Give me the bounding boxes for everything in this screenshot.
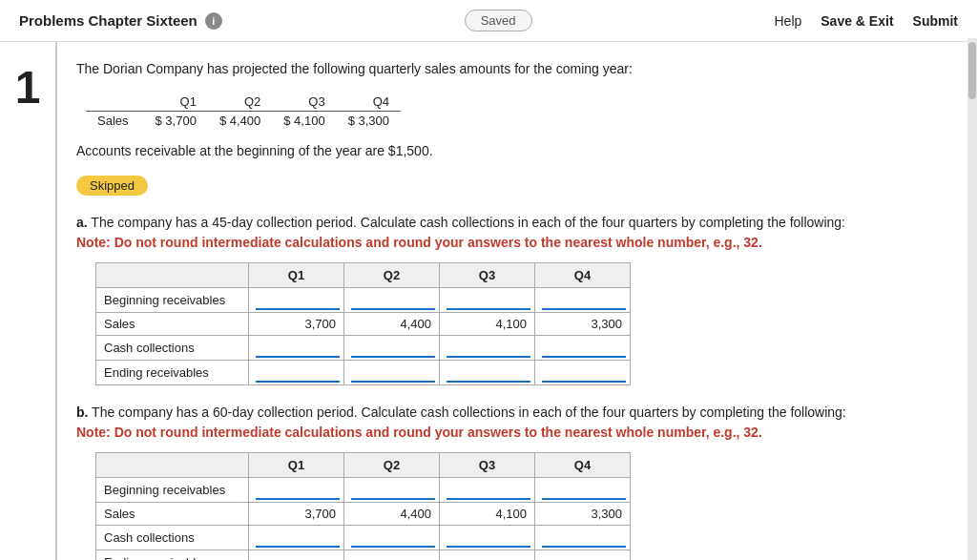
- part-a-input-row0-q1[interactable]: [256, 290, 340, 310]
- part-b-row0-label: Beginning receivables: [96, 478, 249, 503]
- sales-row-label: Sales: [86, 112, 144, 131]
- scrollbar[interactable]: [967, 38, 977, 560]
- header-center: Saved: [465, 10, 532, 31]
- header-right: Help Save & Exit Submit: [774, 13, 958, 29]
- table-row: Ending receivables: [96, 550, 631, 561]
- part-a-row3-q1[interactable]: [249, 361, 344, 385]
- part-b-input-row0-q4[interactable]: [542, 480, 626, 500]
- part-a-note: Note: Do not round intermediate calculat…: [76, 235, 762, 250]
- info-icon[interactable]: i: [205, 12, 222, 30]
- part-b-table: Q1 Q2 Q3 Q4 Beginning receivables: [95, 452, 631, 560]
- part-a-input-row3-q2[interactable]: [351, 363, 435, 383]
- part-a-row0-q1[interactable]: [249, 288, 344, 313]
- sales-table: Q1 Q2 Q3 Q4 Sales $ 3,700 $ 4,400 $ 4,10…: [86, 93, 401, 130]
- main-content: 1 The Dorian Company has projected the f…: [0, 42, 977, 560]
- part-a-row2-q1[interactable]: [249, 336, 344, 361]
- part-a-input-row0-q3[interactable]: [447, 290, 530, 310]
- part-b-letter: b.: [76, 404, 88, 420]
- part-a-col-label: [96, 263, 249, 288]
- help-link[interactable]: Help: [774, 13, 801, 29]
- part-b-text: The company has a 60-day collection peri…: [92, 404, 846, 420]
- part-b-input-row2-q2[interactable]: [351, 528, 435, 548]
- part-a-label: a. The company has a 45-day collection p…: [76, 213, 958, 253]
- part-b-col-q1: Q1: [249, 453, 344, 478]
- page-title: Problems Chapter Sixteen: [19, 12, 197, 29]
- part-b-input-row0-q3[interactable]: [447, 480, 530, 500]
- scrollbar-thumb[interactable]: [968, 42, 976, 99]
- skipped-badge: Skipped: [76, 176, 148, 196]
- part-b-input-row3-q3[interactable]: [447, 552, 530, 560]
- part-a-row0-q4[interactable]: [535, 288, 631, 313]
- table-row: Beginning receivables: [96, 288, 631, 313]
- part-b-row0-q1[interactable]: [249, 478, 344, 503]
- part-b-table-wrap: Q1 Q2 Q3 Q4 Beginning receivables: [95, 452, 958, 560]
- save-exit-link[interactable]: Save & Exit: [821, 13, 893, 29]
- part-b-input-row2-q1[interactable]: [256, 528, 340, 548]
- part-b-input-row3-q4[interactable]: [542, 552, 626, 560]
- part-b-label: b. The company has a 60-day collection p…: [76, 403, 958, 443]
- part-b-input-row2-q3[interactable]: [447, 528, 530, 548]
- part-a-table-wrap: Q1 Q2 Q3 Q4 Beginning receivables: [95, 262, 958, 385]
- part-b-input-row2-q4[interactable]: [542, 528, 626, 548]
- part-a-row0-q2[interactable]: [344, 288, 440, 313]
- part-b-row1-q3: 4,100: [440, 503, 535, 526]
- part-a-input-row2-q3[interactable]: [447, 338, 530, 358]
- part-b-row2-q1[interactable]: [249, 526, 344, 550]
- part-a-row1-label: Sales: [96, 313, 249, 336]
- part-b-row2-q4[interactable]: [535, 526, 631, 550]
- part-a-input-row3-q1[interactable]: [256, 363, 340, 383]
- part-a-input-row0-q2[interactable]: [351, 290, 435, 310]
- part-a-row1-q4: 3,300: [535, 313, 631, 336]
- question-intro: The Dorian Company has projected the fol…: [76, 59, 958, 79]
- part-a-input-row2-q2[interactable]: [351, 338, 435, 358]
- part-b-col-q3: Q3: [440, 453, 535, 478]
- part-a-row1-q2: 4,400: [344, 313, 440, 336]
- part-b-row2-label: Cash collections: [96, 526, 249, 550]
- part-a-input-row2-q4[interactable]: [542, 338, 626, 358]
- part-b-row3-label: Ending receivables: [96, 550, 249, 561]
- sales-q4: $ 3,300: [337, 112, 401, 131]
- table-row: Cash collections: [96, 526, 631, 550]
- part-a-row0-q3[interactable]: [440, 288, 535, 313]
- part-b-input-row3-q2[interactable]: [351, 552, 435, 560]
- part-a-input-row2-q1[interactable]: [256, 338, 340, 358]
- part-b-row3-q4[interactable]: [535, 550, 631, 561]
- part-b-row0-q4[interactable]: [535, 478, 631, 503]
- part-a-col-q4: Q4: [535, 263, 631, 288]
- part-b-row2-q3[interactable]: [440, 526, 535, 550]
- header: Problems Chapter Sixteen i Saved Help Sa…: [0, 0, 977, 42]
- part-b-row3-q2[interactable]: [344, 550, 440, 561]
- part-a-row2-q3[interactable]: [440, 336, 535, 361]
- part-a-row3-q4[interactable]: [535, 361, 631, 385]
- part-a-row3-q2[interactable]: [344, 361, 440, 385]
- part-b-input-row0-q2[interactable]: [351, 480, 435, 500]
- part-a-input-row3-q3[interactable]: [447, 363, 530, 383]
- part-b-col-q2: Q2: [344, 453, 440, 478]
- part-a-row3-label: Ending receivables: [96, 361, 249, 385]
- part-b-row3-q3[interactable]: [440, 550, 535, 561]
- part-b-input-row0-q1[interactable]: [256, 480, 340, 500]
- part-b-row2-q2[interactable]: [344, 526, 440, 550]
- header-left: Problems Chapter Sixteen i: [19, 12, 222, 30]
- part-b-col-q4: Q4: [535, 453, 631, 478]
- part-a-row0-label: Beginning receivables: [96, 288, 249, 313]
- content-area: The Dorian Company has projected the fol…: [57, 42, 977, 560]
- part-a-input-row0-q4[interactable]: [542, 290, 626, 310]
- part-b-row0-q3[interactable]: [440, 478, 535, 503]
- sales-q2: $ 4,400: [208, 112, 272, 131]
- part-a-input-row3-q4[interactable]: [542, 363, 626, 383]
- part-a-letter: a.: [76, 215, 88, 230]
- part-a-row2-q4[interactable]: [535, 336, 631, 361]
- part-b-input-row3-q1[interactable]: [256, 552, 340, 560]
- part-a-col-q2: Q2: [344, 263, 440, 288]
- part-a-row2-q2[interactable]: [344, 336, 440, 361]
- sales-q3: $ 4,100: [272, 112, 336, 131]
- sales-col-q1: Q1: [144, 93, 208, 112]
- part-b-row1-label: Sales: [96, 503, 249, 526]
- part-a-row3-q3[interactable]: [440, 361, 535, 385]
- part-b-row3-q1[interactable]: [249, 550, 344, 561]
- part-b-row0-q2[interactable]: [344, 478, 440, 503]
- submit-link[interactable]: Submit: [913, 13, 958, 29]
- part-a-row2-label: Cash collections: [96, 336, 249, 361]
- part-a-text: The company has a 45-day collection peri…: [91, 215, 845, 230]
